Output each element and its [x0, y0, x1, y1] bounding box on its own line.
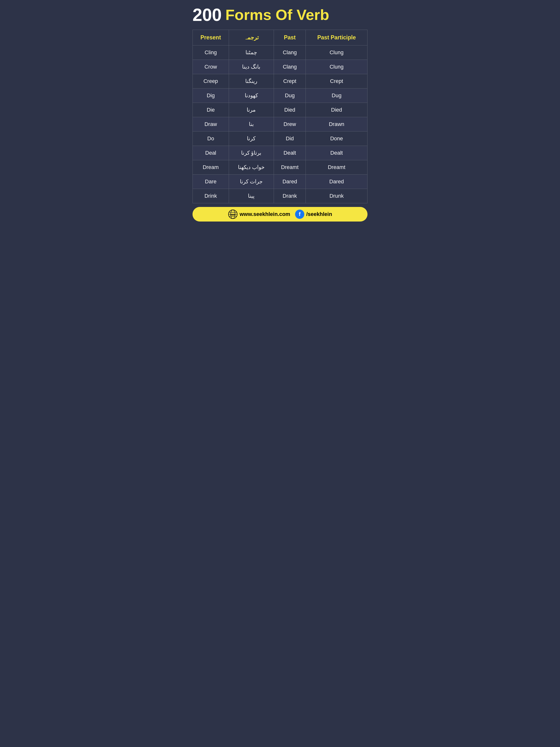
table-row: Dreamخواب دیکھناDreamtDreamt	[193, 160, 368, 175]
cell-past: Crept	[274, 74, 306, 88]
table-row: DigکھودناDugDug	[193, 88, 368, 103]
col-present: Present	[193, 30, 229, 46]
cell-present: Cling	[193, 46, 229, 60]
cell-urdu: پینا	[229, 189, 274, 203]
table-row: Crowبانگ دیناClangClung	[193, 60, 368, 74]
cell-past: Clang	[274, 46, 306, 60]
cell-past: Did	[274, 132, 306, 146]
svg-text:www: www	[230, 213, 236, 216]
website-domain: seekhlein.com	[253, 211, 290, 217]
table-row: DieمرناDiedDied	[193, 103, 368, 117]
cell-past-participle: Done	[306, 132, 368, 146]
footer-social: f /seekhlein	[295, 210, 332, 219]
cell-present: Die	[193, 103, 229, 117]
col-urdu: ترجمہ	[229, 30, 274, 46]
cell-past-participle: Clung	[306, 60, 368, 74]
cell-present: Draw	[193, 117, 229, 132]
table-row: DoکرناDidDone	[193, 132, 368, 146]
table-row: Dealبرتاؤ کرناDealtDealt	[193, 146, 368, 160]
cell-past-participle: Dug	[306, 88, 368, 103]
cell-past-participle: Drunk	[306, 189, 368, 203]
cell-past: Dreamt	[274, 160, 306, 175]
facebook-icon: f	[295, 210, 304, 219]
col-past: Past	[274, 30, 306, 46]
cell-urdu: رینگنا	[229, 74, 274, 88]
cell-past-participle: Dreamt	[306, 160, 368, 175]
cell-present: Dig	[193, 88, 229, 103]
cell-past: Drew	[274, 117, 306, 132]
cell-present: Dare	[193, 175, 229, 189]
cell-past-participle: Drawn	[306, 117, 368, 132]
cell-past: Died	[274, 103, 306, 117]
cell-past: Drank	[274, 189, 306, 203]
table-row: DrawبناDrewDrawn	[193, 117, 368, 132]
table-row: DrinkپیناDrankDrunk	[193, 189, 368, 203]
cell-present: Dream	[193, 160, 229, 175]
title-number: 200	[192, 6, 222, 24]
cell-urdu: خواب دیکھنا	[229, 160, 274, 175]
cell-urdu: کھودنا	[229, 88, 274, 103]
cell-urdu: مرنا	[229, 103, 274, 117]
table-row: ClingچمٹناClangClung	[193, 46, 368, 60]
verb-table: Present ترجمہ Past Past Participle Cling…	[192, 30, 368, 203]
cell-past-participle: Crept	[306, 74, 368, 88]
cell-past: Dug	[274, 88, 306, 103]
cell-present: Crow	[193, 60, 229, 74]
title-section: 200 Forms Of Verb	[192, 5, 368, 25]
table-header-row: Present ترجمہ Past Past Participle	[193, 30, 368, 46]
page-container: 200 Forms Of Verb Present ترجمہ Past Pas…	[189, 0, 371, 225]
cell-urdu: بانگ دینا	[229, 60, 274, 74]
cell-present: Creep	[193, 74, 229, 88]
cell-past-participle: Died	[306, 103, 368, 117]
cell-past: Dared	[274, 175, 306, 189]
website-prefix: www.	[240, 211, 254, 217]
cell-present: Do	[193, 132, 229, 146]
footer-website: www www.seekhlein.com	[228, 209, 290, 219]
website-text: www.seekhlein.com	[240, 211, 290, 217]
table-row: Dareجرات کرناDaredDared	[193, 175, 368, 189]
footer: www www.seekhlein.com f /seekhlein	[192, 207, 368, 222]
cell-present: Drink	[193, 189, 229, 203]
cell-urdu: کرنا	[229, 132, 274, 146]
cell-urdu: جرات کرنا	[229, 175, 274, 189]
cell-urdu: بنا	[229, 117, 274, 132]
col-past-participle: Past Participle	[306, 30, 368, 46]
cell-urdu: چمٹنا	[229, 46, 274, 60]
table-row: CreepرینگناCreptCrept	[193, 74, 368, 88]
cell-urdu: برتاؤ کرنا	[229, 146, 274, 160]
cell-past-participle: Dared	[306, 175, 368, 189]
cell-past: Dealt	[274, 146, 306, 160]
social-handle: /seekhlein	[306, 211, 332, 217]
globe-icon: www	[228, 209, 238, 219]
cell-past: Clang	[274, 60, 306, 74]
cell-past-participle: Clung	[306, 46, 368, 60]
cell-past-participle: Dealt	[306, 146, 368, 160]
cell-present: Deal	[193, 146, 229, 160]
title-text: Forms Of Verb	[225, 7, 329, 22]
